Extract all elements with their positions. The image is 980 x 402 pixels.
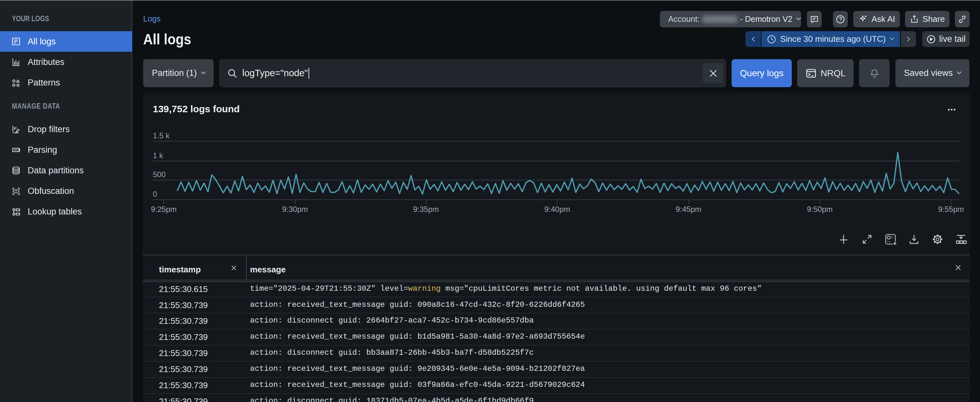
svg-text:500: 500 — [153, 170, 166, 179]
svg-text:9:55pm: 9:55pm — [938, 205, 964, 213]
svg-text:1 k: 1 k — [153, 151, 164, 160]
svg-text:9:50pm: 9:50pm — [807, 205, 833, 213]
svg-text:9:40pm: 9:40pm — [544, 205, 570, 213]
svg-text:9:35pm: 9:35pm — [413, 205, 439, 213]
svg-text:9:30pm: 9:30pm — [282, 205, 308, 213]
svg-text:9:45pm: 9:45pm — [676, 205, 702, 213]
svg-text:9:25pm: 9:25pm — [151, 205, 177, 213]
svg-text:0: 0 — [153, 190, 157, 199]
svg-text:1.5 k: 1.5 k — [153, 131, 170, 140]
